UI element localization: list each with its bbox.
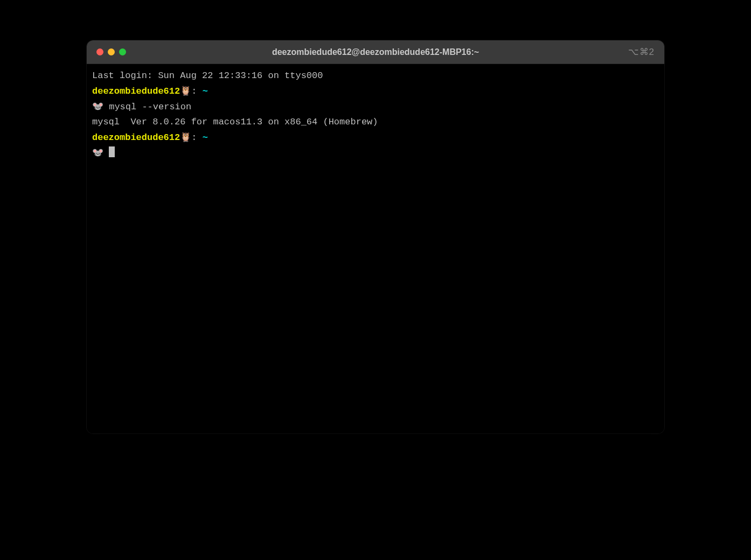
prompt-line-2: deezombiedude612🦉: ~	[92, 130, 659, 145]
prompt-username: deezombiedude612	[92, 132, 180, 143]
traffic-lights	[96, 48, 126, 55]
terminal-window: deezombiedude612@deezombiedude612-MBP16:…	[87, 40, 664, 433]
output-line-1: mysql Ver 8.0.26 for macos11.3 on x86_64…	[92, 115, 659, 130]
command-line-1: 🐭 mysql --version	[92, 99, 659, 115]
window-title: deezombiedude612@deezombiedude612-MBP16:…	[87, 47, 664, 57]
prompt-username: deezombiedude612	[92, 86, 180, 96]
owl-icon: 🦉	[180, 132, 191, 142]
prompt-separator: :	[191, 86, 197, 96]
terminal-cursor	[109, 146, 115, 157]
prompt-line-1: deezombiedude612🦉: ~	[92, 83, 659, 99]
prompt-path: ~	[203, 86, 208, 96]
command-text: mysql --version	[109, 102, 191, 112]
current-input-line[interactable]: 🐭	[92, 145, 659, 161]
maximize-button[interactable]	[119, 48, 126, 55]
prompt-separator: :	[191, 132, 197, 143]
window-titlebar[interactable]: deezombiedude612@deezombiedude612-MBP16:…	[87, 40, 664, 64]
mouse-icon: 🐭	[92, 101, 103, 111]
last-login-line: Last login: Sun Aug 22 12:33:16 on ttys0…	[92, 68, 659, 83]
terminal-content[interactable]: Last login: Sun Aug 22 12:33:16 on ttys0…	[87, 64, 664, 433]
prompt-path: ~	[203, 132, 208, 143]
minimize-button[interactable]	[108, 48, 115, 55]
close-button[interactable]	[96, 48, 103, 55]
owl-icon: 🦉	[180, 86, 191, 96]
mouse-icon: 🐭	[92, 148, 103, 158]
window-shortcut-indicator: ⌥⌘2	[628, 46, 655, 58]
